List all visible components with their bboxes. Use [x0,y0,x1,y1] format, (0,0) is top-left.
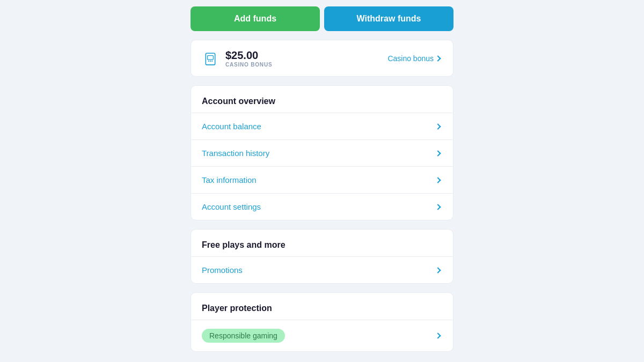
tax-information-item[interactable]: Tax information [191,166,453,193]
responsible-gaming-label: Responsible gaming [202,329,285,343]
main-content: Add funds Withdraw funds $25.00 CASIN [191,0,453,360]
bonus-left: $25.00 CASINO BONUS [202,49,272,68]
svg-point-3 [210,60,211,61]
responsible-gaming-item[interactable]: Responsible gaming [191,320,453,351]
page-container: Add funds Withdraw funds $25.00 CASIN [0,0,644,362]
chevron-right-icon [435,204,441,210]
bonus-info: $25.00 CASINO BONUS [225,49,272,68]
transaction-history-item[interactable]: Transaction history [191,139,453,166]
bonus-card: $25.00 CASINO BONUS Casino bonus [191,40,453,77]
svg-rect-1 [208,55,214,60]
chevron-right-icon [435,150,441,156]
transaction-history-label: Transaction history [202,149,269,158]
account-overview-section: Account overview Account balance Transac… [191,85,453,220]
promotions-label: Promotions [202,265,243,275]
action-buttons: Add funds Withdraw funds [191,0,453,40]
chevron-right-icon [435,55,441,61]
free-plays-title: Free plays and more [191,230,453,256]
chevron-right-icon [435,267,441,273]
chevron-right-icon [435,333,441,338]
account-balance-label: Account balance [202,122,261,131]
withdraw-funds-button[interactable]: Withdraw funds [324,6,453,31]
chevron-right-icon [435,177,441,183]
account-balance-item[interactable]: Account balance [191,113,453,139]
account-settings-label: Account settings [202,202,261,211]
player-protection-section: Player protection Responsible gaming [191,292,453,352]
svg-point-4 [211,60,213,61]
player-protection-title: Player protection [191,293,453,320]
account-overview-title: Account overview [191,86,453,113]
chevron-right-icon [435,123,441,129]
bonus-amount: $25.00 [225,49,272,62]
account-settings-item[interactable]: Account settings [191,193,453,220]
free-plays-section: Free plays and more Promotions [191,229,453,284]
svg-point-2 [208,60,209,61]
casino-bonus-icon [202,50,219,67]
add-funds-button[interactable]: Add funds [191,6,320,31]
tax-information-label: Tax information [202,175,257,184]
casino-bonus-link[interactable]: Casino bonus [387,54,442,63]
bonus-label: CASINO BONUS [225,62,272,68]
promotions-item[interactable]: Promotions [191,256,453,283]
